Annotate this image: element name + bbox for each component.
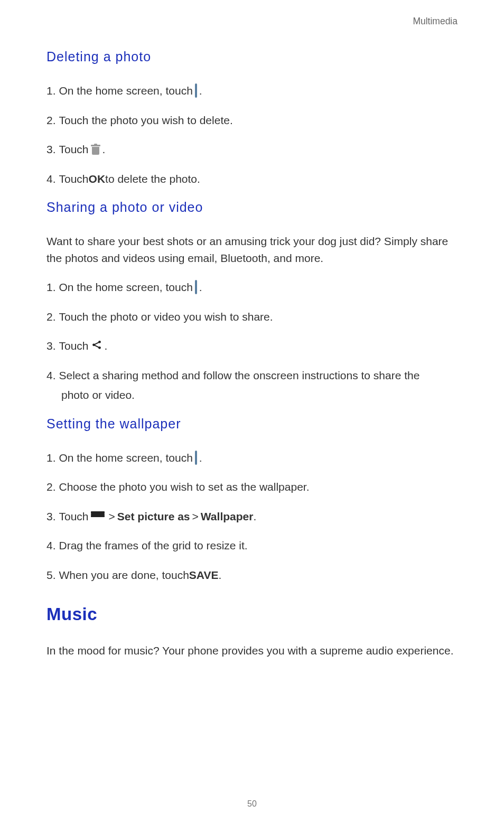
step-number: 4. [46,367,56,384]
step-number: 3. [46,338,56,354]
step-text: Touch [59,338,89,354]
step-text: . [102,141,106,158]
step-text: . [199,82,202,99]
delete-step-4: 4. Touch OK to delete the photo. [46,171,458,188]
step-number: 1. [46,450,56,466]
step-text: Choose the photo you wish to set as the … [59,479,310,495]
gallery-icon [195,82,197,99]
step-text: . [199,450,202,466]
wallpaper-label: Wallpaper [201,508,254,525]
step-number: 2. [46,112,56,129]
step-text: to delete the photo. [105,171,200,188]
step-text: Drag the frames of the grid to resize it… [59,537,248,554]
wallpaper-step-4: 4. Drag the frames of the grid to resize… [46,537,458,554]
page-number: 50 [0,799,504,809]
svg-point-1 [92,343,95,346]
step-number: 1. [46,82,56,99]
step-text: Touch [59,171,89,188]
heading-music: Music [46,604,458,624]
heading-sharing: Sharing a photo or video [46,200,458,215]
share-step-2: 2. Touch the photo or video you wish to … [46,308,458,325]
heading-wallpaper: Setting the wallpaper [46,416,458,432]
step-number: 2. [46,308,56,325]
step-text: . [219,567,222,584]
menu-icon [91,511,105,521]
ok-label: OK [89,171,106,188]
delete-step-2: 2. Touch the photo you wish to delete. [46,112,458,129]
header-category: Multimedia [46,16,458,27]
wallpaper-step-3: 3. Touch > Set picture as > Wallpaper . [46,508,458,525]
svg-point-2 [98,347,101,349]
step-number: 3. [46,141,56,158]
set-picture-as-label: Set picture as [117,508,190,525]
share-icon [91,338,102,354]
step-text: . [253,508,256,525]
step-text-cont: photo or video. [46,387,458,404]
step-text: . [199,279,202,296]
step-text: Select a sharing method and follow the o… [59,367,420,384]
wallpaper-step-1: 1. On the home screen, touch . [46,450,458,466]
gallery-icon [195,279,197,296]
wallpaper-step-2: 2. Choose the photo you wish to set as t… [46,479,458,495]
heading-deleting-photo: Deleting a photo [46,49,458,64]
step-number: 2. [46,479,56,495]
step-number: 4. [46,171,56,188]
step-text: On the home screen, touch [59,279,193,296]
svg-point-0 [98,341,101,343]
separator: > [109,508,115,525]
share-step-3: 3. Touch . [46,338,458,354]
step-number: 1. [46,279,56,296]
manual-page: Multimedia Deleting a photo 1. On the ho… [0,0,504,833]
gallery-icon [195,450,197,466]
step-text: Touch the photo or video you wish to sha… [59,308,273,325]
step-number: 3. [46,508,56,525]
share-step-1: 1. On the home screen, touch . [46,279,458,296]
music-intro: In the mood for music? Your phone provid… [46,642,458,659]
step-text: . [105,338,108,354]
step-text: On the home screen, touch [59,82,193,99]
share-step-4: 4. Select a sharing method and follow th… [46,367,458,404]
step-number: 4. [46,537,56,554]
separator: > [192,508,199,525]
sharing-intro: Want to share your best shots or an amus… [46,233,458,266]
step-text: Touch [59,508,89,525]
delete-step-3: 3. Touch . [46,141,458,158]
step-text: When you are done, touch [59,567,189,584]
wallpaper-step-5: 5. When you are done, touch SAVE . [46,567,458,584]
step-text: On the home screen, touch [59,450,193,466]
save-label: SAVE [189,567,219,584]
step-text: Touch [59,141,89,158]
delete-step-1: 1. On the home screen, touch . [46,82,458,99]
step-text: Touch the photo you wish to delete. [59,112,233,129]
step-number: 5. [46,567,56,584]
trash-icon [91,144,100,155]
